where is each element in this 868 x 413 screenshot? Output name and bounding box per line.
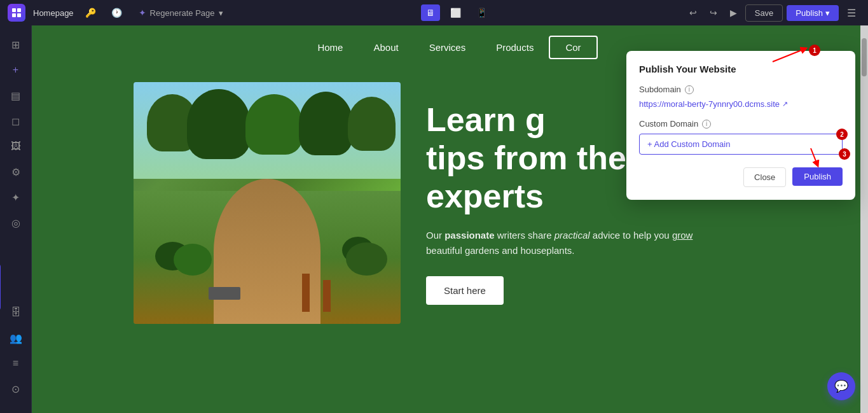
annotation-3: 3 (839, 148, 850, 160)
svg-line-0 (773, 49, 804, 62)
sidebar-icon-settings[interactable]: ⚙ (4, 160, 27, 183)
nav-item-services[interactable]: Services (414, 37, 481, 58)
sidebar-icon-pages[interactable]: ◻ (4, 109, 27, 132)
chevron-down-icon: ▾ (825, 8, 830, 18)
publish-panel-title: Publish Your Website (639, 64, 843, 74)
sidebar-icon-add[interactable]: + (4, 59, 27, 81)
regenerate-btn[interactable]: ✦ Regenerate Page ▾ (134, 5, 228, 20)
mobile-device-btn[interactable]: 📱 (471, 4, 492, 21)
add-custom-domain-btn[interactable]: + Add Custom Domain (639, 134, 843, 155)
nav-item-about[interactable]: About (358, 37, 413, 58)
subdomain-info-icon[interactable]: i (685, 85, 694, 94)
canvas-area: Home About Services Products Cor (32, 25, 868, 413)
main-layout: ⊞ + ▤ ◻ 🖼 ⚙ ✦ ◎ 🗄 👥 ≡ ⊙ Home About Servi… (0, 25, 868, 413)
desktop-device-btn[interactable]: 🖥 (421, 4, 440, 21)
undo-btn[interactable]: ↩ (685, 4, 701, 21)
chat-btn[interactable]: 💬 (827, 372, 855, 400)
custom-domain-info-icon[interactable]: i (702, 120, 711, 129)
device-switcher: 🖥 ⬜ 📱 (236, 4, 677, 21)
nav-item-home[interactable]: Home (302, 37, 358, 58)
topbar-actions: ↩ ↪ ▶ Save Publish ▾ ☰ (685, 4, 860, 22)
save-btn[interactable]: Save (745, 4, 783, 22)
subdomain-link[interactable]: https://moral-berty-7ynnry00.dcms.site ↗ (639, 99, 843, 109)
key-icon-btn[interactable]: 🔑 (81, 5, 100, 20)
sidebar-icon-team[interactable]: 👥 (4, 326, 27, 349)
nav-item-products[interactable]: Products (481, 37, 549, 58)
publish-btn[interactable]: Publish ▾ (787, 5, 839, 21)
history-icon-btn[interactable]: 🕐 (107, 5, 126, 20)
subdomain-label: Subdomain i (639, 85, 843, 94)
annotation-2: 2 (836, 129, 848, 140)
sidebar-icon-list[interactable]: ≡ (4, 352, 27, 375)
scrollbar-thumb (862, 38, 867, 76)
tablet-device-btn[interactable]: ⬜ (445, 4, 466, 21)
scrollbar[interactable] (860, 25, 868, 413)
sidebar-icon-apps[interactable]: ⊞ (4, 33, 27, 56)
sidebar-icon-database[interactable]: 🗄 (4, 301, 27, 324)
sidebar-icon-link[interactable]: ⊙ (4, 377, 27, 400)
app-logo (8, 4, 25, 22)
external-link-icon: ↗ (782, 100, 788, 108)
left-sidebar: ⊞ + ▤ ◻ 🖼 ⚙ ✦ ◎ 🗄 👥 ≡ ⊙ (0, 25, 32, 413)
hero-image (134, 82, 401, 324)
sidebar-icon-layers[interactable]: ▤ (4, 84, 27, 107)
chat-icon: 💬 (834, 379, 848, 393)
custom-domain-label: Custom Domain i (639, 119, 843, 129)
sidebar-icon-media[interactable]: 🖼 (4, 135, 27, 158)
nav-item-cor[interactable]: Cor (549, 36, 597, 59)
panel-footer: Close Publish 3 (639, 167, 843, 187)
feedback-tab[interactable]: Feedback (0, 264, 1, 310)
publish-now-btn[interactable]: Publish (792, 167, 843, 186)
publish-panel: 1 Publish Your Website Subdomain i https… (626, 51, 855, 200)
regenerate-icon: ✦ (139, 8, 146, 18)
preview-btn[interactable]: ▶ (726, 4, 741, 21)
chevron-down-icon: ▾ (219, 8, 223, 18)
sidebar-icon-plugins[interactable]: ✦ (4, 186, 27, 209)
topbar: Homepage 🔑 🕐 ✦ Regenerate Page ▾ 🖥 ⬜ 📱 ↩… (0, 0, 868, 25)
sidebar-icon-seo[interactable]: ◎ (4, 211, 27, 234)
hero-subtext: Our passionate writers share practical a… (426, 228, 693, 258)
page-name: Homepage (33, 8, 74, 18)
redo-btn[interactable]: ↪ (705, 4, 722, 21)
start-here-btn[interactable]: Start here (426, 276, 504, 305)
close-panel-btn[interactable]: Close (743, 167, 786, 187)
menu-btn[interactable]: ☰ (843, 4, 860, 22)
